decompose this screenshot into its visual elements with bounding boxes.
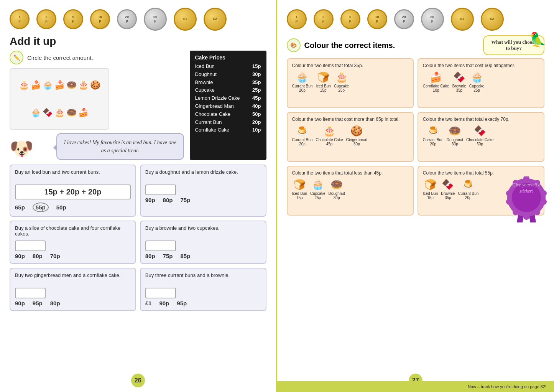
cake-items-3: 🍮 Currant Bun 20p 🎂 Chocolate Cake 45p 🍪…	[292, 125, 408, 146]
bird-character: 🦜	[529, 31, 546, 48]
sticker-badge: Give yourself a sticker!	[505, 176, 547, 219]
chocolate-cake-item-3: 🎂 Chocolate Cake 45p	[316, 125, 343, 146]
answer-5a: 90p	[15, 300, 25, 306]
cupcake-icon-1: 🎂	[335, 71, 348, 83]
page-number-left: 26	[131, 374, 145, 387]
exercise-box-1: Buy an iced bun and two currant buns. 15…	[10, 165, 136, 217]
colour-box-text-6: Colour the two items that total 55p.	[423, 170, 539, 176]
answer-3a: 90p	[15, 253, 25, 259]
answer-row-2: 90p 80p 75p	[145, 197, 261, 203]
answer-4a: 80p	[145, 253, 155, 259]
price-row-cornflake: Cornflake Cake10p	[195, 126, 261, 134]
coin-10p: 10p	[90, 9, 110, 29]
price-row-iced-bun: Iced Bun15p	[195, 63, 261, 71]
currant-bun-item-4: 🍮 Currant Bun 20p	[423, 125, 444, 146]
exercise-box-4: Buy a brownie and two cupcakes. 80p 75p …	[140, 221, 266, 264]
colour-boxes-grid: Colour the two items that total 35p. 🧁 C…	[287, 58, 545, 216]
coin-5p: 5p	[63, 9, 83, 29]
doughnut-item-4: 🍩 Doughnut 30p	[447, 125, 463, 146]
coin-row-right: 1p 2p 5p 10p 20p 50p £1 £2	[287, 8, 545, 31]
price-row-cupcake: Cupcake25p	[195, 86, 261, 94]
coin-r-1pound: £1	[451, 8, 474, 31]
svg-point-6	[541, 199, 547, 205]
coin-r-50p: 50p	[421, 8, 444, 31]
exercise-box-2: Buy a doughnut and a lemon drizzle cake.…	[140, 165, 266, 217]
coin-20p: 20p	[117, 9, 137, 29]
coin-r-2pound: £2	[481, 8, 504, 31]
exercise-text-5: Buy two gingerbread men and a cornflake …	[15, 272, 131, 285]
iced-bun-icon-5: 🍞	[293, 179, 306, 191]
iced-bun-item: 🍞 Iced Bun 15p	[316, 71, 330, 92]
answer-3b: 80p	[33, 253, 43, 259]
price-row-doughnut: Doughnut30p	[195, 71, 261, 79]
footer-bar: Now – track how you're doing on page 32!	[277, 381, 554, 392]
cupcake-icon-2: 🧁	[471, 71, 483, 83]
right-header: 🎨 Colour the correct items. What will yo…	[287, 35, 545, 55]
price-row-brownie: Brownie35p	[195, 79, 261, 87]
bakery-image: 🎂 🍰 🧁 🍰 🍩 🎂 🍪 🧁 🍫 🎂 🍩 🍰	[10, 68, 109, 130]
colour-box-text-4: Colour the two items that total exactly …	[423, 117, 539, 122]
coin-r-20p: 20p	[394, 9, 414, 29]
svg-point-10	[506, 199, 512, 205]
left-page: 1p 2p 5p 10p 20p 50p £1 £2 Add it up ✏️ …	[0, 0, 277, 392]
currant-bun-item: 🧁 Currant Bun 20p	[292, 71, 313, 92]
colour-box-text-2: Colour the two items that cost 60p altog…	[423, 63, 539, 68]
coin-r-1p: 1p	[287, 9, 307, 29]
exercise-text-2: Buy a doughnut and a lemon drizzle cake.	[145, 169, 261, 181]
exercise-text-1: Buy an iced bun and two currant buns.	[15, 169, 131, 181]
cornflake-icon: 🍰	[430, 71, 442, 83]
colour-box-5: Colour the two items that total less tha…	[287, 166, 414, 216]
calc-box-1: 15p + 20p + 20p	[15, 184, 131, 199]
exercise-text-6: Buy three currant buns and a brownie.	[145, 272, 261, 285]
brownie-item-6: 🍫 Brownie 35p	[441, 179, 455, 200]
svg-point-7	[534, 209, 540, 215]
exercise-box-5: Buy two gingerbread men and a cornflake …	[10, 268, 136, 311]
cupcake-item-5: 🧁 Cupcake 25p	[310, 179, 325, 200]
currant-bun-item-3: 🍮 Currant Bun 20p	[292, 125, 313, 146]
answer-4c: 85p	[180, 253, 190, 259]
coin-2p: 2p	[36, 9, 56, 29]
page-spread: 1p 2p 5p 10p 20p 50p £1 £2 Add it up ✏️ …	[0, 0, 554, 392]
doughnut-icon-5: 🍩	[330, 179, 343, 191]
answer-6b: 90p	[159, 300, 169, 306]
answer-4b: 75p	[163, 253, 173, 259]
cake-items-5: 🍞 Iced Bun 15p 🧁 Cupcake 25p 🍩 Doughnut …	[292, 179, 408, 200]
calc-blank-6	[145, 288, 176, 298]
answer-6c: 95p	[177, 300, 187, 306]
colour-box-2: Colour the two items that cost 60p altog…	[418, 58, 544, 108]
choc-cake-item-4: 🍫 Chocolate Cake 50p	[466, 125, 493, 146]
cake-items-1: 🧁 Currant Bun 20p 🍞 Iced Bun 15p 🎂 Cupca…	[292, 71, 408, 92]
cupcake-item-2: 🧁 Cupcake 25p	[469, 71, 484, 92]
price-table: Cake Prices Iced Bun15p Doughnut30p Brow…	[190, 51, 266, 160]
colour-instruction-icon: 🎨	[287, 38, 301, 52]
answer-row-6: £1 90p 95p	[145, 300, 261, 306]
coin-row-left: 1p 2p 5p 10p 20p 50p £1 £2	[10, 8, 266, 31]
iced-bun-icon-6: 🍞	[424, 179, 436, 191]
svg-point-11	[506, 190, 512, 196]
brownie-icon-6: 🍫	[442, 179, 454, 191]
instruction-line: ✏️ Circle the correct amount.	[10, 51, 184, 64]
doughnut-icon-4: 🍩	[449, 125, 461, 137]
exercise-text-4: Buy a brownie and two cupcakes.	[145, 225, 261, 237]
answer-row-3: 90p 80p 70p	[15, 253, 131, 259]
answer-row-4: 80p 75p 85p	[145, 253, 261, 259]
footer-track-text: Now – track how you're doing on page 32!	[468, 384, 546, 389]
answer-row-5: 90p 95p 80p	[15, 300, 131, 306]
coin-r-5p: 5p	[340, 9, 360, 29]
exercise-box-6: Buy three currant buns and a brownie. £1…	[140, 268, 266, 311]
answer-1c: 50p	[56, 204, 66, 211]
colour-box-6: Colour the two items that total 55p. 🍞 I…	[418, 166, 544, 216]
price-row-chocolate: Chocolate Cake50p	[195, 110, 261, 119]
colour-box-4: Colour the two items that total exactly …	[418, 112, 544, 162]
coin-r-10p: 10p	[367, 9, 387, 29]
answer-1b: 55p	[33, 203, 49, 212]
answer-2b: 80p	[163, 197, 173, 203]
brownie-icon: 🍫	[453, 71, 465, 83]
coin-2pound: £2	[204, 8, 227, 31]
colour-box-1: Colour the two items that total 35p. 🧁 C…	[287, 58, 414, 108]
doughnut-item-5: 🍩 Doughnut 30p	[328, 179, 345, 200]
answer-5b: 95p	[33, 300, 43, 306]
cornflake-cake-item: 🍰 Cornflake Cake 10p	[423, 71, 449, 92]
speech-bubble: I love cakes! My favourite is an iced bu…	[56, 133, 184, 160]
choc-cake-icon-3: 🎂	[323, 125, 335, 137]
